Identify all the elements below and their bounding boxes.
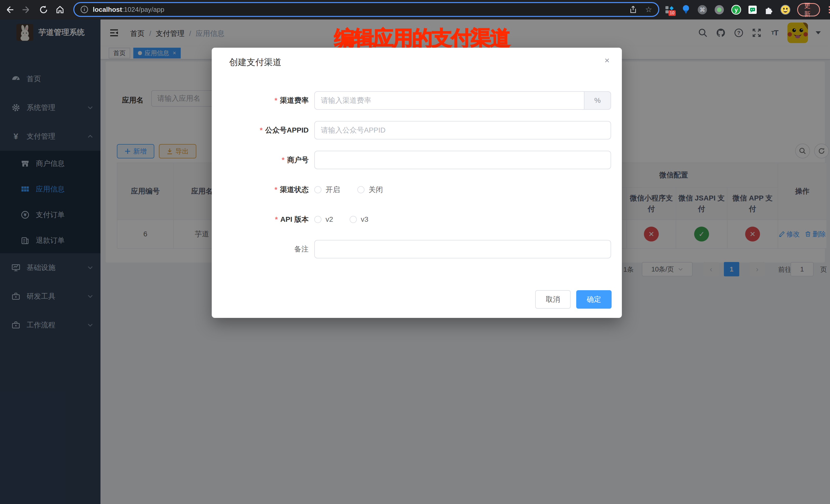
extensions-row: 10 ⌘ y 更新: [664, 0, 830, 20]
dialog-title: 创建支付渠道: [229, 56, 282, 68]
url-path: :1024/pay/app: [122, 6, 164, 13]
svg-text:⌘: ⌘: [700, 7, 705, 13]
field-appid: *公众号APPID: [212, 121, 622, 139]
bookmark-star-icon[interactable]: ☆: [645, 6, 652, 13]
radio-api-v2[interactable]: v2: [314, 215, 333, 224]
field-fee-rate: *渠道费率 %: [212, 91, 622, 110]
remark-input[interactable]: [314, 240, 611, 258]
browser-toolbar: localhost:1024/pay/app ☆ 10 ⌘ y: [0, 0, 830, 20]
radio-circle-icon: [357, 186, 364, 193]
fee-rate-input[interactable]: [314, 91, 584, 110]
percent-suffix: %: [584, 91, 611, 110]
radio-circle-icon: [314, 186, 321, 193]
site-info-icon[interactable]: [81, 6, 88, 13]
extension-y-icon[interactable]: y: [731, 5, 741, 15]
browser-menu-icon[interactable]: [827, 6, 830, 13]
extension-workspace-icon[interactable]: 10: [664, 5, 675, 15]
extension-badge: 10: [669, 10, 676, 16]
appid-input[interactable]: [314, 121, 611, 139]
api-version-label: API 版本: [280, 215, 309, 223]
fee-rate-label: 渠道费率: [280, 96, 309, 104]
radio-circle-icon: [350, 216, 357, 223]
svg-text:y: y: [735, 7, 738, 13]
profile-emoji-icon[interactable]: [780, 5, 791, 15]
extension-chat-icon[interactable]: [748, 5, 757, 15]
field-remark: 备注: [212, 240, 622, 258]
extension-command-icon[interactable]: ⌘: [697, 5, 707, 15]
screen: localhost:1024/pay/app ☆ 10 ⌘ y: [0, 0, 830, 504]
address-bar[interactable]: localhost:1024/pay/app ☆: [73, 2, 659, 17]
radio-api-v3[interactable]: v3: [350, 215, 369, 224]
radio-circle-icon: [314, 216, 321, 223]
browser-home-icon[interactable]: [54, 4, 66, 16]
merchant-id-label: 商户号: [287, 156, 309, 164]
browser-forward-icon[interactable]: [20, 4, 32, 16]
share-icon[interactable]: [629, 5, 637, 13]
radio-status-open[interactable]: 开启: [314, 185, 340, 195]
extensions-puzzle-icon[interactable]: [764, 5, 774, 15]
url-host: localhost: [93, 6, 122, 13]
field-api-version: *API 版本 v2 v3: [212, 210, 622, 229]
cancel-button[interactable]: 取消: [535, 290, 571, 309]
field-merchant-id: *商户号: [212, 151, 622, 169]
radio-status-closed[interactable]: 关闭: [357, 185, 383, 195]
field-channel-status: *渠道状态 开启 关闭: [212, 181, 622, 199]
appid-label: 公众号APPID: [265, 126, 309, 134]
dialog-close-icon[interactable]: ×: [604, 55, 610, 65]
browser-reload-icon[interactable]: [37, 4, 50, 16]
remark-label: 备注: [294, 245, 309, 253]
create-pay-channel-dialog: 创建支付渠道 × *渠道费率 % *公众号APPID *商户号 *渠道状态 开启…: [212, 48, 622, 318]
extension-balloon-icon[interactable]: [681, 5, 691, 15]
extension-recorder-icon[interactable]: [714, 5, 724, 15]
confirm-button[interactable]: 确定: [576, 290, 612, 309]
browser-update-button[interactable]: 更新: [797, 3, 820, 17]
merchant-id-input[interactable]: [314, 151, 611, 169]
channel-status-label: 渠道状态: [280, 186, 309, 194]
browser-back-icon[interactable]: [4, 4, 17, 16]
